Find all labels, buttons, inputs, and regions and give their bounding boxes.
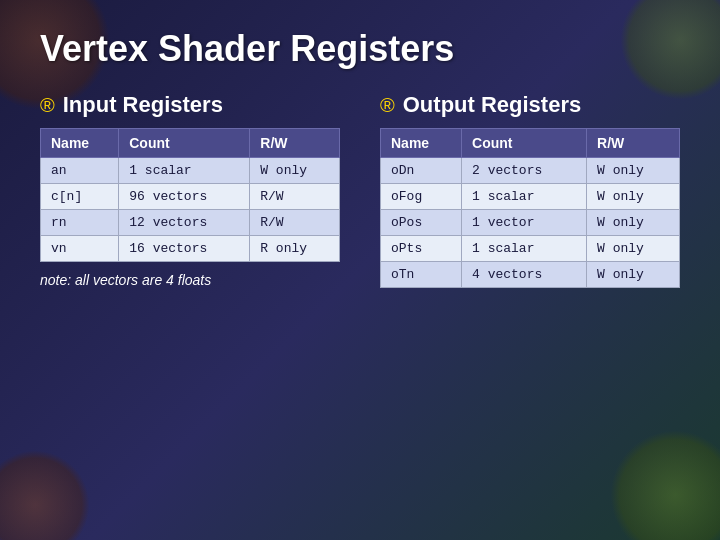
input-table: Name Count R/W an1 scalarW onlyc[n]96 ve… [40,128,340,262]
output-cell-rw: W only [587,210,680,236]
table-row: c[n]96 vectorsR/W [41,184,340,210]
input-table-header-row: Name Count R/W [41,129,340,158]
output-cell-rw: W only [587,184,680,210]
input-col-rw: R/W [250,129,340,158]
output-section: ® Output Registers Name Count R/W oDn2 v… [380,92,680,288]
output-cell-count: 1 vector [462,210,587,236]
output-cell-rw: W only [587,236,680,262]
output-col-name: Name [381,129,462,158]
output-cell-name: oPts [381,236,462,262]
input-cell-rw: R only [250,236,340,262]
input-cell-count: 96 vectors [119,184,250,210]
input-cell-rw: R/W [250,184,340,210]
output-cell-name: oFog [381,184,462,210]
input-cell-name: c[n] [41,184,119,210]
page-title: Vertex Shader Registers [40,28,680,70]
output-cell-rw: W only [587,262,680,288]
input-section: ® Input Registers Name Count R/W an1 sca… [40,92,340,288]
output-cell-count: 2 vectors [462,158,587,184]
input-col-name: Name [41,129,119,158]
input-cell-rw: R/W [250,210,340,236]
output-col-rw: R/W [587,129,680,158]
table-row: oFog1 scalarW only [381,184,680,210]
input-cell-rw: W only [250,158,340,184]
input-cell-name: an [41,158,119,184]
output-table-header-row: Name Count R/W [381,129,680,158]
input-cell-name: rn [41,210,119,236]
input-col-count: Count [119,129,250,158]
output-section-title: Output Registers [403,92,581,118]
output-cell-count: 4 vectors [462,262,587,288]
output-cell-name: oDn [381,158,462,184]
output-section-header: ® Output Registers [380,92,680,118]
output-cell-count: 1 scalar [462,236,587,262]
output-cell-count: 1 scalar [462,184,587,210]
input-cell-count: 12 vectors [119,210,250,236]
input-cell-name: vn [41,236,119,262]
output-table: Name Count R/W oDn2 vectorsW onlyoFog1 s… [380,128,680,288]
output-col-count: Count [462,129,587,158]
input-note: note: all vectors are 4 floats [40,272,340,288]
table-row: oDn2 vectorsW only [381,158,680,184]
table-row: an1 scalarW only [41,158,340,184]
table-row: rn12 vectorsR/W [41,210,340,236]
output-bullet: ® [380,95,395,115]
output-cell-name: oTn [381,262,462,288]
table-row: vn16 vectorsR only [41,236,340,262]
input-section-title: Input Registers [63,92,223,118]
table-row: oPos1 vectorW only [381,210,680,236]
output-cell-rw: W only [587,158,680,184]
input-bullet: ® [40,95,55,115]
input-cell-count: 1 scalar [119,158,250,184]
input-cell-count: 16 vectors [119,236,250,262]
output-cell-name: oPos [381,210,462,236]
table-row: oTn4 vectorsW only [381,262,680,288]
input-section-header: ® Input Registers [40,92,340,118]
table-row: oPts1 scalarW only [381,236,680,262]
